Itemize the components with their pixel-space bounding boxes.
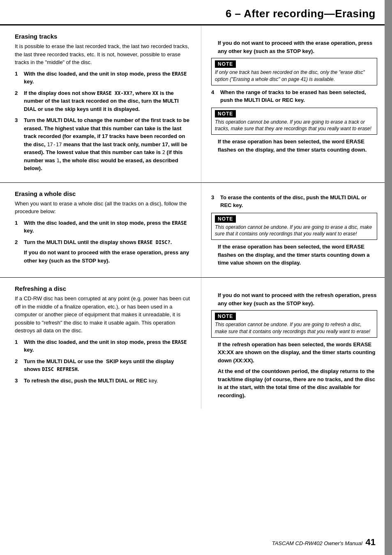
refreshing-disc-no-proceed: If you do not want to proceed with the r…: [218, 291, 377, 307]
refreshing-disc-note: NOTE This operation cannot be undone. If…: [211, 310, 377, 338]
erasing-tracks-section: Erasing tracks It is possible to erase t…: [0, 25, 392, 182]
refreshing-disc-selected1: If the refresh operation has been select…: [218, 341, 377, 365]
erasing-tracks-note2: NOTE This operation cannot be undone. If…: [211, 108, 377, 135]
erasing-tracks-right: If you do not want to proceed with the e…: [201, 25, 392, 182]
erasing-tracks-intro: It is possible to erase the last recorde…: [15, 42, 191, 67]
erasing-disc-left: Erasing a whole disc When you want to er…: [0, 183, 201, 278]
erasing-tracks-step4: 4 When the range of tracks to be erased …: [211, 88, 377, 104]
list-item: 3 To erase the contents of the disc, pus…: [211, 193, 377, 210]
list-item: 4 When the range of tracks to be erased …: [211, 88, 377, 104]
erasing-disc-right: 3 To erase the contents of the disc, pus…: [201, 183, 392, 278]
page-header: 6 – After recording—Erasing: [0, 0, 392, 25]
page-number: 41: [366, 537, 376, 547]
sidebar-accent: [385, 0, 392, 555]
refreshing-disc-right: If you do not want to proceed with the r…: [201, 278, 392, 409]
erasing-disc-no-proceed: If you do not want to proceed with the e…: [24, 249, 191, 265]
page-footer: TASCAM CD-RW402 Owner's Manual 41: [272, 537, 376, 548]
erasing-tracks-note1: NOTE If only one track has been recorded…: [211, 58, 377, 85]
erasing-tracks-erase-selected: If the erase operation has been selected…: [218, 138, 377, 154]
list-item: 1 With the disc loaded, and the unit in …: [15, 70, 191, 86]
erasing-tracks-title: Erasing tracks: [15, 33, 191, 40]
list-item: 3 Turn the MULTI DIAL to change the numb…: [15, 116, 191, 173]
refreshing-disc-left: Refreshing a disc If a CD-RW disc has be…: [0, 278, 201, 409]
erasing-disc-title: Erasing a whole disc: [15, 190, 191, 197]
erasing-disc-note: NOTE This operation cannot be undone. If…: [211, 213, 377, 240]
erasing-disc-intro: When you want to erase a whole disc (all…: [15, 200, 191, 216]
list-item: 1 With the disc loaded, and the unit in …: [15, 338, 191, 354]
refreshing-disc-title: Refreshing a disc: [15, 285, 191, 292]
list-item: 2 If the display does not show ERASE XX-…: [15, 89, 191, 113]
refreshing-disc-intro: If a CD-RW disc has been corrupted at an…: [15, 295, 191, 335]
erasing-tracks-no-proceed: If you do not want to proceed with the e…: [218, 39, 377, 55]
list-item: 3 To refresh the disc, push the MULTI DI…: [15, 377, 191, 385]
list-item: 1 With the disc loaded, and the unit in …: [15, 219, 191, 235]
erasing-tracks-steps: 1 With the disc loaded, and the unit in …: [15, 70, 191, 173]
erasing-disc-section: Erasing a whole disc When you want to er…: [0, 183, 392, 278]
erasing-disc-steps: 1 With the disc loaded, and the unit in …: [15, 219, 191, 268]
list-item: 2 Turn the MULTI DIAL or use the SKIP ke…: [15, 357, 191, 373]
brand-text: TASCAM CD-RW402 Owner's Manual: [272, 540, 362, 546]
refreshing-disc-selected2: At the end of the countdown period, the …: [218, 367, 377, 399]
erasing-tracks-left: Erasing tracks It is possible to erase t…: [0, 25, 201, 182]
erasing-disc-erase-selected: If the erase operation has been selected…: [218, 243, 377, 267]
list-item: 2 Turn the MULTI DIAL until the display …: [15, 238, 191, 268]
refreshing-disc-section: Refreshing a disc If a CD-RW disc has be…: [0, 278, 392, 409]
page-title: 6 – After recording—Erasing: [16, 7, 376, 20]
erasing-disc-step3: 3 To erase the contents of the disc, pus…: [211, 193, 377, 210]
refreshing-disc-steps: 1 With the disc loaded, and the unit in …: [15, 338, 191, 385]
